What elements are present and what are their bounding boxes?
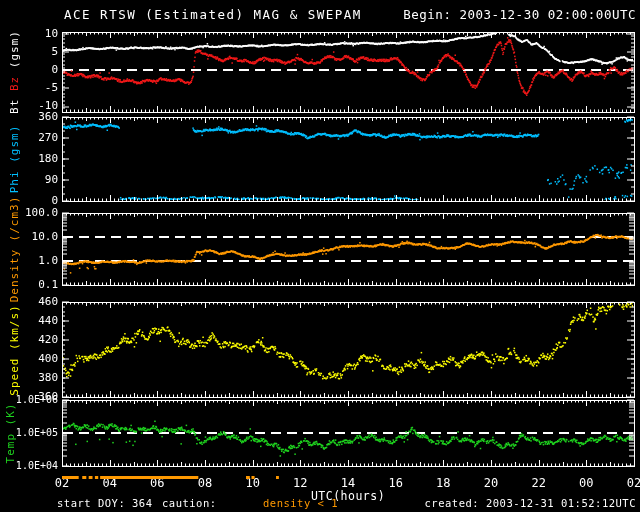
ylabel-phi: Phi (gsm)	[8, 125, 21, 194]
ylabel-part: Speed (km/s)	[8, 304, 21, 395]
footer-caution-note: density < 1	[263, 497, 338, 509]
ylabel-part: Bz	[8, 76, 21, 91]
begin-timestamp: Begin: 2003-12-30 02:00:00UTC	[403, 7, 636, 22]
ylabel-mag: Bt Bz (gsm)	[8, 30, 21, 114]
ylabel-temp: Temp (K)	[4, 403, 17, 464]
footer-start-doy: start DOY: 364	[57, 497, 153, 509]
ace-rtsw-plot: ACE RTSW (Estimated) MAG & SWEPAM Begin:…	[0, 0, 640, 512]
footer-created-timestamp: created: 2003-12-31 01:52:12UTC	[425, 497, 636, 509]
ylabel-density: Density (/cm3)	[8, 196, 21, 303]
ylabel-part: Bt	[8, 91, 21, 114]
ylabel-speed: Speed (km/s)	[8, 304, 21, 395]
ylabel-part: (gsm)	[8, 30, 21, 76]
ylabel-part: Temp (K)	[4, 403, 17, 464]
plot-canvas	[0, 0, 640, 512]
footer-caution-label: caution:	[162, 497, 217, 509]
ylabel-part: Phi (gsm)	[8, 125, 21, 194]
page-title: ACE RTSW (Estimated) MAG & SWEPAM	[64, 7, 362, 22]
ylabel-part: Density (/cm3)	[8, 196, 21, 303]
